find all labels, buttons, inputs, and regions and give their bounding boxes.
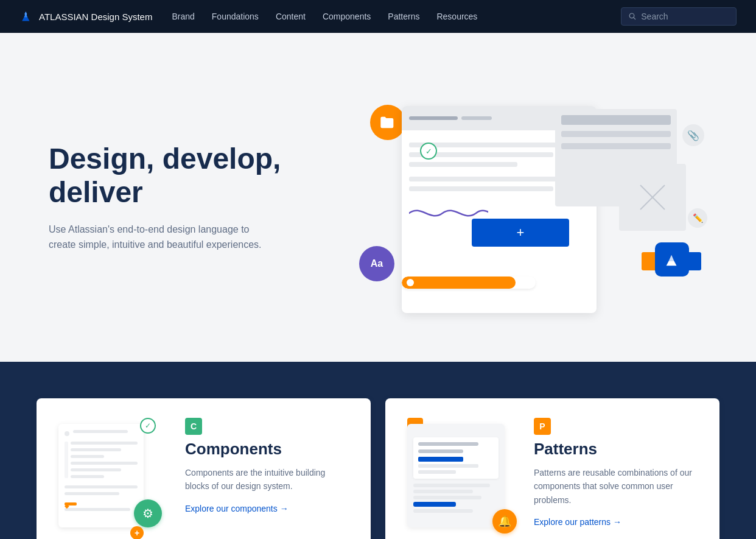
patt-main-card (407, 424, 505, 527)
nav-link-components[interactable]: Components (323, 12, 371, 21)
nav-link-foundations[interactable]: Foundations (212, 12, 259, 21)
components-description: Components are the intuitive building bl… (185, 466, 349, 493)
atlassian-logo-icon (19, 10, 33, 23)
progress-bar (402, 277, 536, 289)
patterns-illustration: 🔔 (407, 418, 517, 539)
hero-subtitle: Use Atlassian's end-to-end design langua… (49, 222, 268, 253)
nav-link-brand[interactable]: Brand (172, 12, 194, 21)
patterns-card: 🔔 P Patterns Patterns are reusable combi… (385, 398, 719, 539)
components-badge: C (185, 418, 202, 435)
hero-text: Design, develop, deliver Use Atlassian's… (49, 142, 304, 253)
comp-settings-icon: ⚙ (134, 499, 162, 527)
nav-link-patterns[interactable]: Patterns (388, 12, 419, 21)
orange-folder-icon (370, 105, 405, 140)
blue-add-button: + (472, 219, 569, 247)
components-card-content: C Components Components are the intuitiv… (185, 418, 349, 514)
logo-text: ATLASSIAN Design System (39, 12, 152, 22)
search-icon (629, 12, 636, 21)
paperclip-icon: 📎 (682, 124, 704, 146)
search-bar[interactable] (621, 7, 737, 26)
svg-line-2 (634, 18, 635, 19)
nav-link-resources[interactable]: Resources (436, 12, 477, 21)
search-input[interactable] (641, 12, 729, 21)
cross-frame (619, 164, 686, 231)
components-title: Components (185, 440, 349, 459)
components-illustration: ◆ ✓ ⚙ + (58, 418, 168, 539)
patterns-card-content: P Patterns Patterns are reusable combina… (534, 418, 698, 527)
atlassian-brand-card (655, 242, 689, 277)
navbar: ATLASSIAN Design System Brand Foundation… (0, 0, 756, 33)
hero-illustration: + ✓ Aa (341, 69, 707, 325)
logo[interactable]: ATLASSIAN Design System (19, 10, 152, 23)
pencil-icon: ✏️ (688, 208, 707, 228)
hero-title: Design, develop, deliver (49, 142, 304, 209)
patterns-badge: P (534, 418, 551, 435)
comp-main-card: ◆ (58, 424, 144, 527)
patterns-link[interactable]: Explore our patterns → (534, 517, 621, 527)
cards-section: ◆ ✓ ⚙ + C Components Components are the … (0, 362, 756, 539)
patterns-description: Patterns are reusable combinations of ou… (534, 466, 698, 507)
nav-links: Brand Foundations Content Components Pat… (172, 12, 601, 21)
components-link[interactable]: Explore our components → (185, 504, 289, 513)
x-decoration (634, 179, 671, 216)
components-card: ◆ ✓ ⚙ + C Components Components are the … (37, 398, 371, 539)
check-badge: ✓ (420, 143, 437, 160)
hero-section: Design, develop, deliver Use Atlassian's… (0, 33, 756, 362)
comp-plus-badge: + (130, 526, 144, 539)
typography-icon: Aa (359, 246, 394, 281)
comp-check-badge: ✓ (140, 418, 156, 434)
patterns-title: Patterns (534, 440, 698, 459)
patt-notification-icon: 🔔 (492, 509, 517, 534)
nav-link-content[interactable]: Content (276, 12, 306, 21)
